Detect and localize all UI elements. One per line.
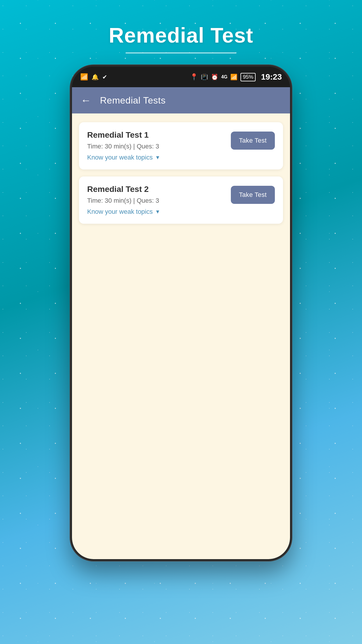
status-time: 19:23 bbox=[261, 72, 282, 82]
test-1-weak-topics-link[interactable]: Know your weak topics ▼ bbox=[87, 154, 225, 161]
signal-icon: 📶 bbox=[230, 74, 238, 80]
test-card-2: Remedial Test 2 Time: 30 min(s) | Ques: … bbox=[79, 176, 283, 224]
chevron-down-icon: ▼ bbox=[155, 209, 160, 215]
test-2-meta: Time: 30 min(s) | Ques: 3 bbox=[87, 197, 225, 204]
alarm-icon: ⏰ bbox=[211, 74, 218, 80]
app-header: ← Remedial Tests bbox=[72, 87, 290, 113]
test-card-2-info: Remedial Test 2 Time: 30 min(s) | Ques: … bbox=[87, 185, 225, 216]
notification-icon: 🔔 bbox=[92, 74, 99, 80]
test-card-1-info: Remedial Test 1 Time: 30 min(s) | Ques: … bbox=[87, 130, 225, 161]
vibrate-icon: 📳 bbox=[201, 74, 208, 80]
chevron-down-icon: ▼ bbox=[155, 155, 160, 161]
battery-percentage: 95% bbox=[240, 73, 256, 81]
phone-frame: 📶 🔔 ✔ 📍 📳 ⏰ 4G 📶 95% 19:23 ← Remedial Te… bbox=[70, 65, 292, 561]
take-test-1-button[interactable]: Take Test bbox=[231, 132, 275, 150]
app-content: Remedial Test 1 Time: 30 min(s) | Ques: … bbox=[72, 113, 290, 559]
take-test-2-button[interactable]: Take Test bbox=[231, 186, 275, 204]
status-right-icons: 📍 📳 ⏰ 4G 📶 95% 19:23 bbox=[190, 72, 282, 82]
status-bar: 📶 🔔 ✔ 📍 📳 ⏰ 4G 📶 95% 19:23 bbox=[72, 67, 290, 87]
check-icon: ✔ bbox=[102, 74, 107, 80]
page-title-section: Remedial Test bbox=[109, 23, 253, 53]
battery-indicator: 95% bbox=[240, 73, 256, 81]
wifi-icon: 📶 bbox=[80, 73, 88, 81]
test-1-name: Remedial Test 1 bbox=[87, 130, 225, 140]
test-card-1: Remedial Test 1 Time: 30 min(s) | Ques: … bbox=[79, 122, 283, 169]
status-left-icons: 📶 🔔 ✔ bbox=[80, 73, 107, 81]
title-underline bbox=[126, 52, 236, 53]
test-2-name: Remedial Test 2 bbox=[87, 185, 225, 194]
back-button[interactable]: ← bbox=[81, 94, 91, 106]
network-badge: 4G bbox=[221, 74, 227, 80]
test-2-weak-topics-link[interactable]: Know your weak topics ▼ bbox=[87, 208, 225, 216]
location-icon: 📍 bbox=[190, 73, 198, 81]
header-title: Remedial Tests bbox=[100, 95, 166, 106]
page-title: Remedial Test bbox=[109, 23, 253, 47]
test-1-meta: Time: 30 min(s) | Ques: 3 bbox=[87, 143, 225, 150]
